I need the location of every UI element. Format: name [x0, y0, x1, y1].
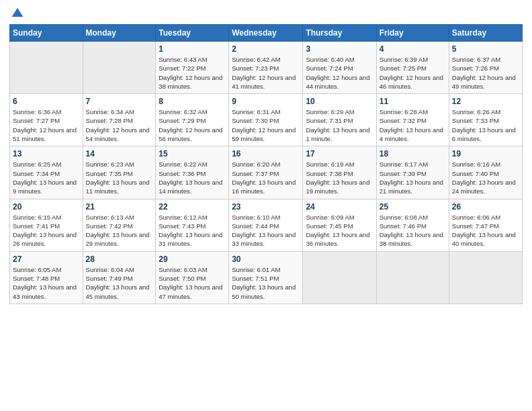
day-info: Sunrise: 6:05 AM: [13, 265, 80, 274]
day-info: Daylight: 12 hours and 51 minutes.: [13, 126, 80, 144]
calendar-cell: 25Sunrise: 6:08 AMSunset: 7:46 PMDayligh…: [376, 199, 449, 251]
calendar-cell: 1Sunrise: 6:43 AMSunset: 7:22 PMDaylight…: [156, 42, 229, 94]
calendar-cell: 6Sunrise: 6:36 AMSunset: 7:27 PMDaylight…: [10, 94, 83, 146]
day-info: Daylight: 12 hours and 46 minutes.: [380, 73, 446, 91]
day-info: Sunrise: 6:17 AM: [380, 160, 446, 169]
day-info: Daylight: 13 hours and 4 minutes.: [380, 126, 446, 144]
day-info: Daylight: 13 hours and 50 minutes.: [232, 283, 300, 301]
day-number: 28: [86, 255, 153, 264]
day-info: Daylight: 13 hours and 26 minutes.: [13, 230, 80, 248]
day-info: Daylight: 12 hours and 59 minutes.: [232, 126, 300, 144]
day-info: Sunrise: 6:34 AM: [86, 107, 153, 116]
day-info: Sunset: 7:46 PM: [380, 222, 446, 230]
day-info: Sunrise: 6:12 AM: [159, 213, 226, 222]
day-number: 27: [13, 255, 80, 264]
day-number: 25: [380, 202, 446, 212]
day-info: Sunset: 7:32 PM: [380, 116, 446, 125]
day-info: Sunrise: 6:16 AM: [452, 160, 519, 169]
day-info: Daylight: 13 hours and 1 minute.: [306, 126, 373, 144]
calendar-cell: 19Sunrise: 6:16 AMSunset: 7:40 PMDayligh…: [449, 146, 522, 199]
day-number: 15: [159, 149, 226, 158]
day-number: 18: [380, 149, 446, 158]
calendar-cell: 30Sunrise: 6:01 AMSunset: 7:51 PMDayligh…: [229, 251, 303, 304]
day-info: Daylight: 13 hours and 21 minutes.: [380, 178, 446, 196]
day-number: 6: [13, 97, 80, 106]
week-row-4: 20Sunrise: 6:15 AMSunset: 7:41 PMDayligh…: [10, 199, 523, 251]
weekday-header-row: SundayMondayTuesdayWednesdayThursdayFrid…: [10, 25, 523, 42]
calendar-cell: 10Sunrise: 6:29 AMSunset: 7:31 PMDayligh…: [303, 94, 376, 146]
week-row-5: 27Sunrise: 6:05 AMSunset: 7:48 PMDayligh…: [10, 251, 523, 304]
day-number: 8: [159, 97, 226, 106]
calendar-cell: 7Sunrise: 6:34 AMSunset: 7:28 PMDaylight…: [83, 94, 156, 146]
calendar-cell: 23Sunrise: 6:10 AMSunset: 7:44 PMDayligh…: [229, 199, 303, 251]
calendar-cell: 27Sunrise: 6:05 AMSunset: 7:48 PMDayligh…: [10, 251, 83, 304]
day-info: Sunrise: 6:40 AM: [306, 55, 373, 64]
page: SundayMondayTuesdayWednesdayThursdayFrid…: [0, 0, 532, 411]
day-info: Sunset: 7:31 PM: [306, 116, 373, 125]
day-number: 12: [452, 97, 519, 106]
day-info: Sunrise: 6:19 AM: [306, 160, 373, 169]
day-info: Sunrise: 6:06 AM: [452, 213, 519, 222]
svg-marker-0: [12, 8, 24, 17]
day-number: 21: [86, 202, 153, 212]
header: [9, 7, 523, 20]
day-info: Daylight: 13 hours and 47 minutes.: [159, 283, 226, 301]
calendar-cell: 28Sunrise: 6:04 AMSunset: 7:49 PMDayligh…: [83, 251, 156, 304]
day-info: Daylight: 13 hours and 16 minutes.: [232, 178, 300, 196]
day-info: Sunset: 7:50 PM: [159, 274, 226, 283]
day-number: 24: [306, 202, 373, 212]
week-row-2: 6Sunrise: 6:36 AMSunset: 7:27 PMDaylight…: [10, 94, 523, 146]
weekday-header-friday: Friday: [376, 25, 449, 42]
day-info: Daylight: 12 hours and 44 minutes.: [306, 73, 373, 91]
day-info: Sunset: 7:35 PM: [86, 169, 153, 178]
day-info: Sunset: 7:27 PM: [13, 116, 80, 125]
calendar-cell: 12Sunrise: 6:26 AMSunset: 7:33 PMDayligh…: [449, 94, 522, 146]
day-info: Sunrise: 6:09 AM: [306, 213, 373, 222]
calendar-cell: 24Sunrise: 6:09 AMSunset: 7:45 PMDayligh…: [303, 199, 376, 251]
day-info: Sunset: 7:36 PM: [159, 169, 226, 178]
day-info: Sunset: 7:40 PM: [452, 169, 519, 178]
weekday-header-thursday: Thursday: [303, 25, 376, 42]
day-number: 9: [232, 97, 300, 106]
calendar-cell: [303, 251, 376, 304]
day-info: Sunrise: 6:25 AM: [13, 160, 80, 169]
day-info: Sunrise: 6:26 AM: [452, 107, 519, 116]
day-info: Sunset: 7:43 PM: [159, 222, 226, 230]
day-info: Sunset: 7:37 PM: [232, 169, 300, 178]
day-info: Daylight: 13 hours and 19 minutes.: [306, 178, 373, 196]
day-number: 13: [13, 149, 80, 158]
day-info: Sunset: 7:38 PM: [306, 169, 373, 178]
calendar-cell: 13Sunrise: 6:25 AMSunset: 7:34 PMDayligh…: [10, 146, 83, 199]
day-info: Daylight: 13 hours and 14 minutes.: [159, 178, 226, 196]
day-info: Sunrise: 6:13 AM: [86, 213, 153, 222]
week-row-1: 1Sunrise: 6:43 AMSunset: 7:22 PMDaylight…: [10, 42, 523, 94]
calendar-cell: [376, 251, 449, 304]
day-info: Daylight: 13 hours and 11 minutes.: [86, 178, 153, 196]
day-info: Sunset: 7:44 PM: [232, 222, 300, 230]
calendar-cell: 21Sunrise: 6:13 AMSunset: 7:42 PMDayligh…: [83, 199, 156, 251]
day-info: Daylight: 13 hours and 31 minutes.: [159, 230, 226, 248]
day-number: 22: [159, 202, 226, 212]
day-info: Daylight: 12 hours and 56 minutes.: [159, 126, 226, 144]
day-info: Sunset: 7:34 PM: [13, 169, 80, 178]
day-info: Sunset: 7:47 PM: [452, 222, 519, 230]
day-info: Daylight: 12 hours and 38 minutes.: [159, 73, 226, 91]
calendar-cell: 14Sunrise: 6:23 AMSunset: 7:35 PMDayligh…: [83, 146, 156, 199]
day-info: Sunset: 7:42 PM: [86, 222, 153, 230]
day-number: 1: [159, 44, 226, 54]
calendar-cell: 11Sunrise: 6:28 AMSunset: 7:32 PMDayligh…: [376, 94, 449, 146]
day-info: Sunrise: 6:08 AM: [380, 213, 446, 222]
calendar-table: SundayMondayTuesdayWednesdayThursdayFrid…: [9, 24, 523, 304]
day-info: Sunset: 7:24 PM: [306, 64, 373, 73]
calendar-cell: 16Sunrise: 6:20 AMSunset: 7:37 PMDayligh…: [229, 146, 303, 199]
day-info: Sunrise: 6:31 AM: [232, 107, 300, 116]
day-number: 26: [452, 202, 519, 212]
day-number: 20: [13, 202, 80, 212]
week-row-3: 13Sunrise: 6:25 AMSunset: 7:34 PMDayligh…: [10, 146, 523, 199]
day-info: Daylight: 13 hours and 38 minutes.: [380, 230, 446, 248]
day-info: Sunset: 7:30 PM: [232, 116, 300, 125]
weekday-header-wednesday: Wednesday: [229, 25, 303, 42]
day-info: Sunrise: 6:29 AM: [306, 107, 373, 116]
day-info: Sunset: 7:48 PM: [13, 274, 80, 283]
day-info: Sunrise: 6:32 AM: [159, 107, 226, 116]
